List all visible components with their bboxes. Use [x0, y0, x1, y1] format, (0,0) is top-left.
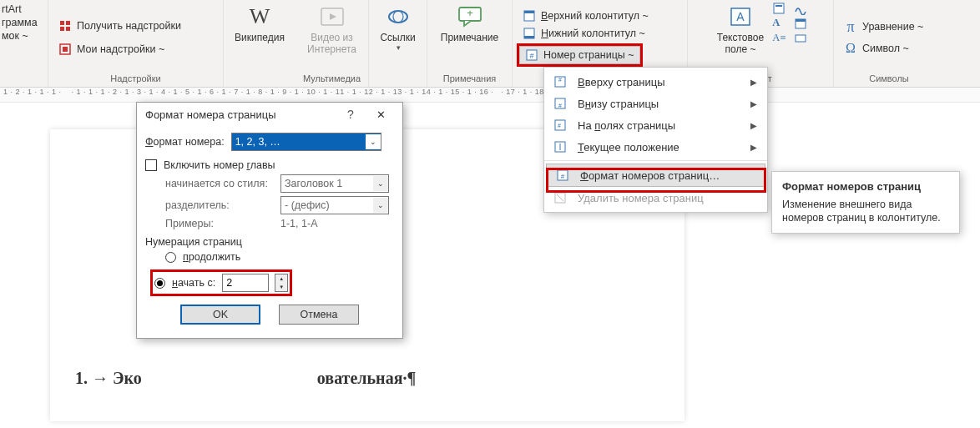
- cancel-button[interactable]: Отмена: [279, 305, 359, 325]
- comment-button[interactable]: + Примечание: [437, 2, 502, 45]
- svg-rect-24: [796, 35, 806, 42]
- number-format-combo[interactable]: 1, 2, 3, …⌄: [231, 133, 381, 151]
- svg-text:A: A: [736, 10, 745, 23]
- chevron-down-icon: ▾: [397, 43, 401, 52]
- link-icon: [385, 3, 412, 30]
- menu-format-page-numbers[interactable]: #Формат номеров страниц…: [546, 164, 765, 187]
- horizontal-ruler: 1 · 2 · 1 · 1 · 1 · · 1 · 1 · 1 · 2 · 1 …: [0, 88, 980, 103]
- get-addins-button[interactable]: Получить надстройки: [55, 18, 184, 33]
- wikipedia-button[interactable]: W Википедия: [231, 2, 288, 45]
- equation-button[interactable]: πУравнение ~: [841, 19, 927, 34]
- tooltip-format-page-numbers: Формат номеров страниц Изменение внешнег…: [771, 171, 960, 234]
- menu-page-margins[interactable]: #На полях страницы▶: [544, 114, 767, 136]
- menu-bottom-of-page[interactable]: #Внизу страницы▶: [544, 93, 767, 114]
- datetime-icon[interactable]: [794, 17, 807, 30]
- start-at-input[interactable]: [222, 274, 269, 292]
- quickparts-icon[interactable]: [772, 2, 786, 15]
- svg-rect-3: [66, 27, 70, 31]
- page-top-icon: #: [553, 74, 568, 89]
- remove-numbers-icon: [553, 190, 568, 205]
- ribbon: rtArt грамма мок ~ Получить надстройки М…: [0, 0, 980, 88]
- symbol-button[interactable]: ΩСимвол ~: [841, 41, 912, 56]
- signature-icon[interactable]: [794, 2, 807, 15]
- svg-rect-2: [60, 27, 64, 31]
- svg-marker-7: [330, 13, 336, 20]
- ok-button[interactable]: OK: [180, 305, 260, 325]
- svg-rect-5: [63, 47, 68, 52]
- page-number-button[interactable]: #Номер страницы ~: [519, 46, 640, 64]
- submenu-arrow-icon: ▶: [750, 78, 757, 87]
- dialog-title: Формат номера страницы: [145, 108, 336, 121]
- footer-button[interactable]: Нижний колонтитул ~: [519, 26, 649, 41]
- continue-radio[interactable]: [165, 252, 176, 263]
- format-numbers-icon: #: [555, 168, 570, 183]
- object-icon[interactable]: [794, 32, 807, 45]
- svg-text:+: +: [467, 7, 473, 19]
- page-number-dropdown: #Вверху страницы▶ #Внизу страницы▶ #На п…: [543, 67, 768, 213]
- separator-combo: - (дефис)⌄: [280, 196, 389, 214]
- svg-point-8: [389, 11, 407, 23]
- menu-top-of-page[interactable]: #Вверху страницы▶: [544, 71, 767, 93]
- omega-icon: Ω: [844, 42, 857, 55]
- svg-point-9: [393, 11, 403, 23]
- comment-icon: +: [457, 3, 483, 30]
- current-position-icon: [553, 139, 568, 154]
- numbering-section-label: Нумерация страниц: [145, 236, 394, 248]
- chapter-style-combo: Заголовок 1⌄: [280, 174, 389, 193]
- svg-rect-23: [796, 19, 806, 22]
- close-button[interactable]: ✕: [366, 108, 396, 121]
- page-number-format-dialog: Формат номера страницы ? ✕ Формат номера…: [136, 102, 403, 339]
- video-icon: [319, 3, 346, 30]
- svg-rect-13: [524, 11, 534, 13]
- textbox-icon: A: [727, 3, 754, 30]
- svg-text:#: #: [561, 173, 565, 180]
- help-button[interactable]: ?: [336, 108, 366, 121]
- svg-text:#: #: [558, 77, 562, 83]
- svg-rect-20: [774, 3, 784, 13]
- submenu-arrow-icon: ▶: [750, 121, 757, 130]
- svg-text:#: #: [558, 103, 562, 108]
- header-icon: [523, 9, 536, 23]
- submenu-arrow-icon: ▶: [750, 143, 757, 152]
- store-icon: [58, 19, 72, 33]
- my-addins-button[interactable]: Мои надстройки ~: [55, 42, 168, 57]
- wordart-icon[interactable]: A: [772, 17, 786, 30]
- include-chapter-checkbox[interactable]: [145, 159, 157, 171]
- page-bottom-icon: #: [553, 96, 568, 111]
- wikipedia-icon: W: [246, 3, 273, 30]
- spinner-buttons[interactable]: ▲▼: [275, 274, 288, 292]
- start-at-radio[interactable]: [154, 278, 165, 289]
- menu-remove-page-numbers: Удалить номера страниц: [544, 187, 767, 209]
- page-margins-icon: #: [553, 118, 568, 133]
- svg-rect-1: [66, 21, 70, 25]
- text-box-button[interactable]: A Текстовое поле ~: [714, 2, 767, 57]
- header-button[interactable]: ВВерхний колонтитул ~ерхний колонтитул ~: [519, 8, 652, 23]
- dropcap-icon[interactable]: A≡: [772, 32, 786, 45]
- submenu-arrow-icon: ▶: [750, 99, 757, 108]
- group-label-addins: Надстройки: [110, 73, 160, 87]
- svg-rect-15: [524, 36, 534, 38]
- format-label: Формат номера:: [145, 136, 225, 148]
- menu-current-position[interactable]: Текущее положение▶: [544, 136, 767, 158]
- smartart-fragment: rtArt грамма мок ~: [2, 2, 38, 42]
- pi-icon: π: [844, 20, 857, 33]
- document-text: 1. → Эко овательная·¶: [75, 369, 416, 388]
- footer-icon: [523, 27, 536, 40]
- svg-text:#: #: [529, 52, 533, 60]
- include-chapter-label: Включить номер главы: [164, 159, 275, 171]
- addins-icon: [58, 43, 72, 56]
- svg-rect-21: [775, 5, 782, 7]
- page-number-icon: #: [525, 48, 538, 62]
- svg-rect-0: [60, 21, 64, 25]
- chevron-down-icon: ⌄: [366, 134, 381, 149]
- online-video-button[interactable]: Видео из Интернета: [304, 2, 360, 57]
- svg-text:#: #: [558, 123, 561, 128]
- links-button[interactable]: Ссылки ▾: [374, 2, 422, 53]
